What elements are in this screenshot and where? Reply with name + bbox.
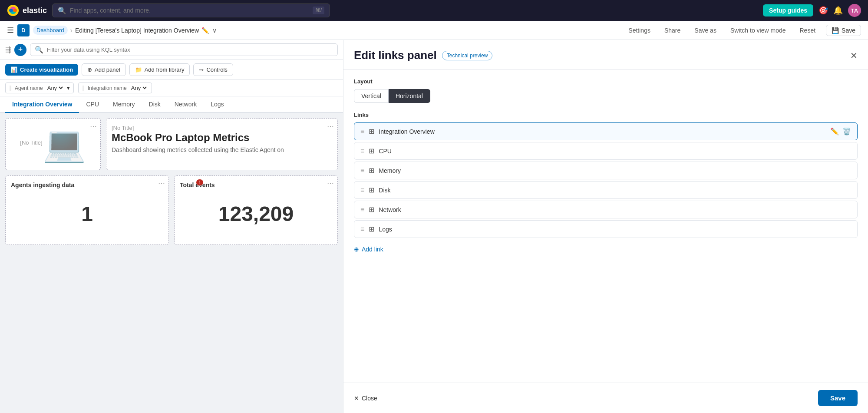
search-input[interactable] bbox=[70, 7, 309, 14]
add-panel-button[interactable]: ⊕ Add panel bbox=[82, 63, 126, 76]
svg-point-3 bbox=[9, 9, 13, 12]
link-item-disk[interactable]: ≡ ⊞ Disk bbox=[354, 181, 858, 199]
link-edit-button[interactable]: ✏️ bbox=[830, 127, 839, 135]
horizontal-layout-button[interactable]: Horizontal bbox=[389, 89, 430, 103]
edit-title-icon[interactable]: ✏️ bbox=[201, 27, 209, 34]
add-from-library-button[interactable]: 📁 Add from library bbox=[129, 63, 190, 76]
link-label-memory: Memory bbox=[379, 167, 851, 174]
breadcrumb-current-text: Editing [Teresa's Laptop] Integration Ov… bbox=[75, 27, 199, 34]
link-item-logs[interactable]: ≡ ⊞ Logs bbox=[354, 220, 858, 238]
tab-disk[interactable]: Disk bbox=[142, 96, 168, 113]
edit-panel-header: Edit links panel Technical preview ✕ bbox=[343, 40, 868, 69]
save-as-button[interactable]: Save as bbox=[691, 25, 720, 36]
panel2-title: [No Title] bbox=[112, 125, 134, 131]
vertical-layout-button[interactable]: Vertical bbox=[354, 89, 389, 103]
controls-icon: ⊸ bbox=[199, 66, 204, 73]
link-label-logs: Logs bbox=[379, 226, 851, 233]
link-dashboard-icon: ⊞ bbox=[369, 186, 374, 194]
tab-cpu[interactable]: CPU bbox=[79, 96, 106, 113]
edit-panel-title: Edit links panel bbox=[354, 49, 437, 62]
metrics-main-title: McBook Pro Laptop Metrics bbox=[112, 132, 332, 144]
add-link-button[interactable]: ⊕ Add link bbox=[354, 241, 383, 257]
edit-panel-body: Layout Vertical Horizontal Links ≡ ⊞ Int… bbox=[343, 69, 868, 383]
help-icon[interactable]: 🎯 bbox=[818, 6, 828, 15]
laptop-icon: 💻 bbox=[43, 124, 86, 165]
link-actions: ✏️ 🗑️ bbox=[830, 127, 851, 135]
main-area: ⇶ + 🔍 📊 Create visualization ⊕ Add panel… bbox=[0, 40, 868, 413]
tab-network[interactable]: Network bbox=[168, 96, 204, 113]
agents-panel-menu[interactable]: ⋯ bbox=[158, 179, 165, 188]
total-events-menu[interactable]: ⋯ bbox=[327, 179, 334, 188]
filter-toggle-icon[interactable]: ⇶ bbox=[5, 46, 11, 54]
user-avatar[interactable]: TA bbox=[848, 4, 861, 17]
add-filter-button[interactable]: + bbox=[14, 44, 26, 56]
laptop-image-panel: [No Title] ⋯ 💻 bbox=[5, 118, 101, 170]
drag-handle-icon[interactable]: ≡ bbox=[360, 147, 364, 155]
tab-integration-overview[interactable]: Integration Overview bbox=[5, 96, 79, 113]
controls-button[interactable]: ⊸ Controls bbox=[193, 63, 233, 76]
filter-row: ‖ Agent name Any ▾ ‖ Integration name An… bbox=[0, 80, 343, 96]
create-visualization-button[interactable]: 📊 Create visualization bbox=[5, 64, 78, 76]
filter-kql-input[interactable] bbox=[47, 46, 333, 53]
layout-section-label: Layout bbox=[354, 78, 858, 85]
toolbar-bar: 📊 Create visualization ⊕ Add panel 📁 Add… bbox=[0, 60, 343, 80]
link-delete-button[interactable]: 🗑️ bbox=[842, 127, 851, 135]
save-panel-button[interactable]: Save bbox=[818, 390, 858, 406]
notifications-icon[interactable]: 🔔 bbox=[833, 6, 843, 15]
reset-button[interactable]: Reset bbox=[796, 25, 819, 36]
tab-logs[interactable]: Logs bbox=[204, 96, 231, 113]
drag-handle-icon[interactable]: ≡ bbox=[360, 206, 364, 214]
global-search-bar[interactable]: 🔍 ⌘/ bbox=[52, 3, 330, 17]
agent-name-chevron-icon: ▾ bbox=[67, 85, 70, 91]
close-x-icon: ✕ bbox=[354, 395, 359, 402]
link-label-integration-overview: Integration Overview bbox=[379, 128, 826, 135]
drag-handle-icon[interactable]: ≡ bbox=[360, 128, 364, 135]
dashboard-panels-area: [No Title] ⋯ 💻 [No Title] ⋯ McBook Pro L… bbox=[0, 113, 343, 250]
switch-to-view-mode-button[interactable]: Switch to view mode bbox=[727, 25, 789, 36]
link-item-cpu[interactable]: ≡ ⊞ CPU bbox=[354, 142, 858, 160]
close-button[interactable]: ✕ Close bbox=[354, 395, 377, 402]
breadcrumb-chevron-icon[interactable]: ∨ bbox=[212, 27, 217, 34]
d-badge: D bbox=[17, 24, 30, 36]
tab-memory[interactable]: Memory bbox=[106, 96, 142, 113]
panel1-menu-icon[interactable]: ⋯ bbox=[90, 122, 97, 130]
breadcrumb-dashboard[interactable]: Dashboard bbox=[33, 26, 68, 35]
elastic-logo-text: elastic bbox=[23, 6, 47, 15]
setup-guides-button[interactable]: Setup guides bbox=[763, 4, 813, 17]
agent-name-select[interactable]: Any bbox=[46, 84, 64, 92]
save-icon: 💾 bbox=[832, 27, 839, 34]
layout-buttons: Vertical Horizontal bbox=[354, 89, 858, 103]
drag-handle-icon[interactable]: ≡ bbox=[360, 225, 364, 233]
link-item-memory[interactable]: ≡ ⊞ Memory bbox=[354, 162, 858, 179]
agent-name-filter[interactable]: ‖ Agent name Any ▾ bbox=[5, 83, 74, 93]
panel1-title: [No Title] bbox=[20, 139, 42, 146]
panel2-menu-icon[interactable]: ⋯ bbox=[327, 122, 334, 130]
share-button[interactable]: Share bbox=[661, 25, 684, 36]
link-label-network: Network bbox=[379, 206, 851, 213]
metrics-panel: [No Title] ⋯ McBook Pro Laptop Metrics D… bbox=[106, 118, 338, 170]
link-item-integration-overview[interactable]: ≡ ⊞ Integration Overview ✏️ 🗑️ bbox=[354, 122, 858, 140]
link-dashboard-icon: ⊞ bbox=[369, 205, 374, 214]
close-panel-button[interactable]: ✕ bbox=[850, 50, 858, 61]
agents-ingesting-panel: Agents ingesting data ⋯ 1 bbox=[5, 175, 169, 245]
filter-bar-icon: ‖ bbox=[9, 85, 12, 91]
search-shortcut: ⌘/ bbox=[313, 7, 324, 14]
alert-badge: 1 bbox=[196, 179, 203, 185]
second-navigation: ☰ D Dashboard › Editing [Teresa's Laptop… bbox=[0, 21, 868, 40]
svg-point-4 bbox=[13, 9, 17, 12]
link-item-network[interactable]: ≡ ⊞ Network bbox=[354, 201, 858, 218]
integration-name-select[interactable]: Any bbox=[129, 84, 148, 92]
hamburger-menu[interactable]: ☰ bbox=[7, 26, 14, 35]
integration-name-filter[interactable]: ‖ Integration name Any bbox=[78, 83, 152, 93]
drag-handle-icon[interactable]: ≡ bbox=[360, 167, 364, 175]
drag-handle-icon[interactable]: ≡ bbox=[360, 186, 364, 194]
breadcrumb-separator: › bbox=[70, 26, 73, 34]
save-button[interactable]: 💾 Save bbox=[826, 25, 861, 36]
edit-panel-footer: ✕ Close Save bbox=[343, 383, 868, 413]
elastic-logo[interactable]: elastic bbox=[7, 4, 47, 17]
filter-input-wrap[interactable]: 🔍 bbox=[30, 43, 338, 56]
breadcrumb: Dashboard › Editing [Teresa's Laptop] In… bbox=[33, 26, 209, 35]
settings-button[interactable]: Settings bbox=[625, 25, 654, 36]
total-events-panel: 1 Total events ⋯ 123,209 bbox=[174, 175, 338, 245]
search-icon: 🔍 bbox=[58, 7, 66, 15]
